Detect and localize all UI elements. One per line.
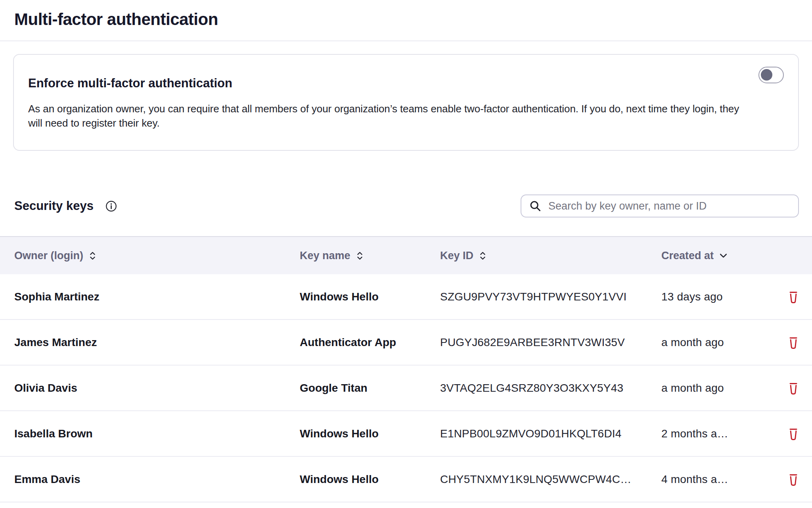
title-divider <box>0 40 812 41</box>
keys-table: Owner (login) Key name Key ID <box>0 236 812 508</box>
key-id-cell: SZGU9PVY73VT9HTPWYES0Y1VVI <box>440 291 661 303</box>
owner-cell: James Martinez <box>14 336 300 349</box>
delete-key-button[interactable] <box>787 380 799 396</box>
toggle-knob-icon <box>761 69 772 81</box>
table-header-row: Owner (login) Key name Key ID <box>0 236 812 274</box>
created-at-cell: a month ago <box>661 336 765 349</box>
trash-icon <box>788 473 799 486</box>
key-name-cell: Windows Hello <box>300 473 440 486</box>
key-name-cell: Google Titan <box>300 382 440 394</box>
owner-cell: Sophia Martinez <box>14 291 300 303</box>
owner-cell: Olivia Davis <box>14 382 300 394</box>
owner-cell: Emma Davis <box>14 473 300 486</box>
table-row: Isabella Brown Windows Hello E1NPB00L9ZM… <box>0 411 812 457</box>
column-header-created-at[interactable]: Created at <box>661 250 765 262</box>
trash-icon <box>788 291 799 303</box>
table-row: James Martinez Authenticator App PUGYJ68… <box>0 320 812 366</box>
key-id-cell: 3VTAQ2ELG4SRZ80Y3O3KXY5Y43 <box>440 382 661 394</box>
enforce-mfa-card: Enforce multi-factor authentication As a… <box>13 54 799 150</box>
enforce-mfa-heading: Enforce multi-factor authentication <box>28 75 784 91</box>
delete-key-button[interactable] <box>787 289 799 305</box>
created-at-cell: a month ago <box>661 382 765 394</box>
delete-key-button[interactable] <box>787 426 799 442</box>
delete-key-button[interactable] <box>787 471 799 487</box>
column-header-created-at-label: Created at <box>661 250 714 262</box>
sort-icon <box>356 251 364 261</box>
column-header-key-name-label: Key name <box>300 250 350 262</box>
owner-cell: Isabella Brown <box>14 427 300 440</box>
enforce-mfa-toggle[interactable] <box>758 67 784 83</box>
key-id-cell: CHY5TNXMY1K9LNQ5WWCPW4C… <box>440 473 661 486</box>
table-row: Sophia Martinez Windows Hello SZGU9PVY73… <box>0 274 812 320</box>
trash-icon <box>788 382 799 394</box>
column-header-key-name[interactable]: Key name <box>300 250 440 262</box>
created-at-cell: 4 months a… <box>661 473 765 486</box>
trash-icon <box>788 336 799 349</box>
key-name-cell: Windows Hello <box>300 427 440 440</box>
security-keys-section-header: Security keys <box>13 189 799 223</box>
key-name-cell: Authenticator App <box>300 336 440 349</box>
security-keys-heading: Security keys <box>14 199 94 213</box>
trash-icon <box>788 427 799 440</box>
table-row: Emma Davis Windows Hello CHY5TNXMY1K9LNQ… <box>0 457 812 502</box>
table-row: Olivia Martinez Authenticator App TEBAO5… <box>0 502 812 508</box>
page-title: Multi-factor authentication <box>14 10 798 29</box>
key-id-cell: E1NPB00L9ZMVO9D01HKQLT6DI4 <box>440 427 661 440</box>
column-header-owner-label: Owner (login) <box>14 250 83 262</box>
sort-icon <box>479 251 486 261</box>
created-at-cell: 13 days ago <box>661 291 765 303</box>
chevron-down-icon <box>719 253 728 258</box>
key-name-cell: Windows Hello <box>300 291 440 303</box>
column-header-owner[interactable]: Owner (login) <box>14 250 300 262</box>
table-row: Olivia Davis Google Titan 3VTAQ2ELG4SRZ8… <box>0 366 812 411</box>
search-box[interactable] <box>521 194 799 217</box>
search-input[interactable] <box>548 200 790 213</box>
info-icon[interactable] <box>105 200 117 212</box>
column-header-key-id[interactable]: Key ID <box>440 250 661 262</box>
delete-key-button[interactable] <box>787 335 799 350</box>
column-header-key-id-label: Key ID <box>440 250 473 262</box>
key-id-cell: PUGYJ682E9ARBEE3RNTV3WI35V <box>440 336 661 349</box>
sort-icon <box>89 251 96 261</box>
search-icon <box>529 200 541 212</box>
enforce-mfa-description: As an organization owner, you can requir… <box>28 102 750 130</box>
created-at-cell: 2 months a… <box>661 427 765 440</box>
